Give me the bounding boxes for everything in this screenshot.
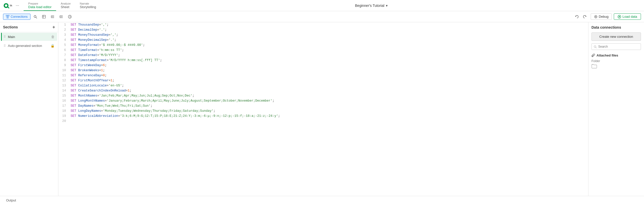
- code-content[interactable]: SET DayNames='Mon;Tue;Wed;Thu;Fri;Sat;Su…: [69, 103, 588, 108]
- outdent-button[interactable]: [57, 13, 65, 21]
- nav-tab-analyze-sub: Analyze: [61, 2, 71, 5]
- code-line-row: 17SET DayNames='Mon;Tue;Wed;Thu;Fri;Sat;…: [58, 103, 588, 108]
- output-tab[interactable]: Output: [3, 197, 19, 204]
- load-data-button[interactable]: Load data: [614, 13, 641, 20]
- svg-text:?: ?: [69, 15, 71, 18]
- app-title: Beginner's Tutorial ▾: [101, 4, 642, 8]
- code-content[interactable]: SET CollationLocale='en-US';: [69, 83, 588, 88]
- sidebar-item-auto[interactable]: ⠿ Auto-generated section 🔒: [1, 42, 57, 50]
- code-editor[interactable]: 1SET ThousandSep=',';2SET DecimalSep='.'…: [58, 22, 588, 196]
- debug-button[interactable]: Debug: [591, 13, 612, 20]
- line-number: 3: [58, 32, 69, 38]
- sidebar-auto-label: Auto-generated section: [8, 44, 48, 48]
- code-content[interactable]: SET ReferenceDay=0;: [69, 73, 588, 78]
- table-icon: [42, 15, 46, 18]
- svg-rect-6: [7, 17, 8, 18]
- attached-files-label: Attached files: [591, 53, 641, 57]
- undo-redo-group: [573, 13, 589, 21]
- sidebar: Sections + ⠿ Main 🗑 ⠿ Auto-generated sec…: [0, 22, 58, 196]
- code-line-row: 18SET LongDayNames='Monday;Tuesday;Wedne…: [58, 108, 588, 114]
- code-table: 1SET ThousandSep=',';2SET DecimalSep='.'…: [58, 22, 588, 124]
- code-line-row: 8SET TimestampFormat='M/D/YYYY h:mm:ss[.…: [58, 58, 588, 63]
- indent-button[interactable]: [49, 13, 56, 21]
- line-number: 18: [58, 108, 69, 114]
- nav-tab-narrate[interactable]: Narrate Storytelling: [75, 0, 101, 11]
- line-number: 7: [58, 53, 69, 58]
- code-line-row: 15SET MonthNames='Jan;Feb;Mar;Apr;May;Ju…: [58, 93, 588, 98]
- line-number: 19: [58, 114, 69, 119]
- qlik-logo: lik: [2, 3, 12, 9]
- folder-label: Folder: [591, 59, 641, 63]
- chevron-down-icon[interactable]: ▾: [386, 4, 388, 8]
- code-line-row: 9SET FirstWeekDay=6;: [58, 63, 588, 68]
- code-content[interactable]: SET DateFormat='M/D/YYYY';: [69, 53, 588, 58]
- drag-handle-auto[interactable]: ⠿: [4, 44, 6, 48]
- data-connections-title: Data connections: [591, 25, 641, 29]
- code-line-row: 14SET CreateSearchIndexOnReload=1;: [58, 88, 588, 93]
- svg-text:lik: lik: [10, 4, 12, 7]
- undo-button[interactable]: [573, 13, 581, 21]
- play-icon: [618, 15, 621, 18]
- create-connection-button[interactable]: Create new connection: [591, 32, 641, 41]
- table-icon-button[interactable]: [40, 13, 48, 21]
- code-content[interactable]: SET NumericalAbbreviation='3:k;6:M;9:G;1…: [69, 114, 588, 119]
- code-content[interactable]: SET MonthNames='Jan;Feb;Mar;Apr;May;Jun;…: [69, 93, 588, 98]
- nav-tab-prepare[interactable]: Prepare Data load editor: [24, 0, 56, 11]
- code-line-row: 7SET DateFormat='M/D/YYYY';: [58, 53, 588, 58]
- redo-button[interactable]: [581, 13, 589, 21]
- code-content[interactable]: SET LongMonthNames='January;February;Mar…: [69, 98, 588, 103]
- code-content[interactable]: SET TimeFormat='h:mm:ss TT';: [69, 48, 588, 53]
- outdent-icon: [59, 15, 63, 18]
- code-content[interactable]: SET ThousandSep=',';: [69, 22, 588, 27]
- code-line-row: 2SET DecimalSep='.';: [58, 27, 588, 32]
- nav-tab-analyze[interactable]: Analyze Sheet: [56, 0, 75, 11]
- line-number: 10: [58, 68, 69, 73]
- output-bar: Output: [0, 196, 644, 205]
- code-line-row: 5SET MoneyFormat='$ ###0.00;-$ ###0.00';: [58, 43, 588, 48]
- more-menu-icon[interactable]: ···: [14, 2, 21, 9]
- connections-button[interactable]: Connections: [3, 14, 30, 20]
- svg-line-10: [36, 17, 37, 18]
- top-nav: lik ··· Prepare Data load editor Analyze…: [0, 0, 644, 11]
- code-content[interactable]: SET FirstWeekDay=6;: [69, 63, 588, 68]
- delete-section-icon[interactable]: 🗑: [51, 35, 55, 39]
- search-input[interactable]: [598, 45, 639, 48]
- line-number: 13: [58, 83, 69, 88]
- sidebar-item-main[interactable]: ⠿ Main 🗑: [1, 33, 57, 41]
- line-number: 16: [58, 98, 69, 103]
- code-content[interactable]: SET TimestampFormat='M/D/YYYY h:mm:ss[.f…: [69, 58, 588, 63]
- add-section-button[interactable]: +: [52, 25, 55, 29]
- drag-handle-main[interactable]: ⠿: [4, 35, 6, 39]
- code-line-row: 19SET NumericalAbbreviation='3:k;6:M;9:G…: [58, 114, 588, 119]
- lock-icon: 🔒: [51, 44, 55, 48]
- nav-tab-prepare-sub: Prepare: [28, 2, 52, 5]
- code-line-row: 3SET MoneyThousandSep=',';: [58, 32, 588, 38]
- code-content[interactable]: SET LongDayNames='Monday;Tuesday;Wednesd…: [69, 108, 588, 114]
- load-label: Load data: [622, 15, 637, 18]
- code-content[interactable]: SET MoneyFormat='$ ###0.00;-$ ###0.00';: [69, 43, 588, 48]
- code-line-row: 11SET ReferenceDay=0;: [58, 73, 588, 78]
- line-number: 17: [58, 103, 69, 108]
- line-number: 8: [58, 58, 69, 63]
- debug-icon: [594, 15, 598, 18]
- code-content[interactable]: [69, 119, 588, 124]
- search-panel-icon: [594, 45, 597, 48]
- search-icon: [34, 15, 37, 18]
- search-toolbar-button[interactable]: [31, 13, 39, 21]
- line-number: 14: [58, 88, 69, 93]
- code-content[interactable]: SET DecimalSep='.';: [69, 27, 588, 32]
- code-content[interactable]: SET FirstMonthOfYear=1;: [69, 78, 588, 83]
- active-indicator: [1, 33, 2, 41]
- connections-label: Connections: [11, 15, 28, 18]
- code-line-row: 10SET BrokenWeeks=1;: [58, 68, 588, 73]
- folder-icon-button[interactable]: [591, 64, 641, 69]
- code-content[interactable]: SET MoneyThousandSep=',';: [69, 32, 588, 38]
- svg-point-23: [595, 16, 596, 17]
- paperclip-icon: [591, 54, 595, 57]
- help-button[interactable]: ?: [66, 13, 74, 21]
- nav-tabs: Prepare Data load editor Analyze Sheet N…: [24, 0, 101, 11]
- code-content[interactable]: SET CreateSearchIndexOnReload=1;: [69, 88, 588, 93]
- svg-rect-28: [592, 65, 593, 65]
- code-content[interactable]: SET BrokenWeeks=1;: [69, 68, 588, 73]
- code-content[interactable]: SET MoneyDecimalSep='.';: [69, 38, 588, 43]
